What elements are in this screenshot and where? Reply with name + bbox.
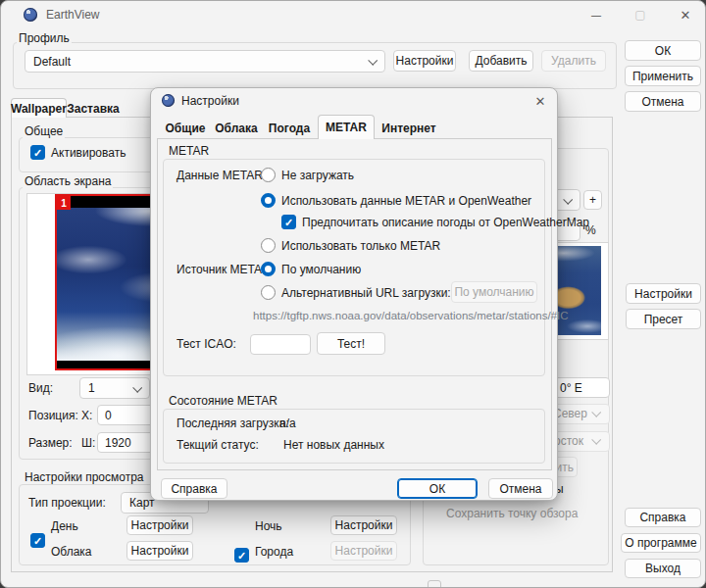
radio-no-load[interactable] bbox=[261, 168, 276, 182]
test-icao-label: Тест ICAO: bbox=[176, 338, 236, 351]
north-select-value: Север bbox=[553, 408, 587, 420]
prefer-owm-label: Предпочитать описание погоды от OpenWeat… bbox=[302, 217, 589, 229]
clouds-settings-button[interactable]: Настройки bbox=[126, 541, 193, 561]
dialog-tab-general[interactable]: Общие bbox=[163, 117, 208, 139]
width-input[interactable] bbox=[97, 432, 156, 453]
chevron-down-icon bbox=[563, 195, 573, 205]
settings-dialog: Настройки Общие Облака Погода METAR Инте… bbox=[150, 87, 558, 501]
side-settings-button[interactable]: Настройки bbox=[626, 283, 701, 304]
preset-button[interactable]: Пресет bbox=[626, 309, 701, 329]
metar-status-group-label: Сосотояние METAR bbox=[167, 394, 279, 408]
help-button[interactable]: Справка bbox=[625, 508, 701, 527]
profile-delete-button: Удалить bbox=[541, 50, 606, 72]
view-settings-group-label: Настройки просмотра bbox=[23, 470, 146, 484]
dialog-cancel-button[interactable]: Отмена bbox=[488, 478, 553, 499]
apply-button[interactable]: Применить bbox=[625, 66, 701, 86]
screen: EarthView Профиль Default Настройки Доба… bbox=[0, 0, 706, 588]
dialog-tab-internet[interactable]: Интернет bbox=[378, 117, 439, 139]
tab-wallpaper[interactable]: Wallpaper bbox=[11, 98, 67, 118]
default-url-button: По умолчанию bbox=[451, 281, 537, 303]
profile-add-button[interactable]: Добавить bbox=[469, 50, 533, 72]
profile-select[interactable]: Default bbox=[25, 50, 385, 73]
profile-settings-button[interactable]: Настройки bbox=[393, 50, 456, 72]
metar-url-text: https://tgftp.nws.noaa.gov/data/observat… bbox=[253, 310, 569, 321]
current-status-label: Текщий статус: bbox=[176, 439, 259, 452]
dialog-tab-metar[interactable]: METAR bbox=[318, 115, 375, 139]
last-download-value: n/a bbox=[279, 417, 296, 430]
app-globe-icon bbox=[24, 8, 37, 22]
radio-metar-openweather-label: Использовать данные METAR и OpenWeather bbox=[281, 195, 531, 208]
ok-button[interactable]: ОК bbox=[625, 40, 701, 61]
night-label: Ночь bbox=[255, 520, 282, 533]
metar-source-label: Источник METAR: bbox=[176, 264, 274, 276]
activate-checkbox[interactable] bbox=[30, 145, 45, 160]
minimize-button[interactable] bbox=[578, 1, 615, 28]
exit-button[interactable]: Выход bbox=[625, 559, 701, 578]
metar-group-label: METAR bbox=[167, 144, 211, 158]
size-label: Размер: bbox=[28, 437, 73, 450]
screen-area-group-label: Область экрана bbox=[23, 174, 113, 188]
window-title: EarthView bbox=[46, 9, 99, 22]
dialog-help-button[interactable]: Справка bbox=[161, 478, 227, 499]
view-label: Вид: bbox=[28, 382, 53, 395]
cancel-button[interactable]: Отмена bbox=[625, 91, 701, 112]
add-plus-button[interactable]: + bbox=[583, 190, 602, 210]
profile-select-value: Default bbox=[33, 55, 71, 69]
test-button[interactable]: Тест! bbox=[317, 332, 385, 355]
maximize-button bbox=[622, 1, 659, 28]
general-group-label: Общее bbox=[23, 124, 65, 138]
last-download-label: Последняя загрузка: bbox=[176, 417, 289, 430]
current-status-value: Нет новых данных bbox=[283, 439, 384, 452]
tab-screensaver[interactable]: Заставка bbox=[67, 99, 120, 118]
dialog-close-button[interactable] bbox=[526, 90, 555, 112]
day-checkbox[interactable] bbox=[30, 533, 45, 548]
prefer-owm-checkbox[interactable] bbox=[281, 215, 296, 229]
close-button[interactable] bbox=[666, 1, 705, 28]
coordinate-value: 0° E bbox=[560, 382, 582, 395]
projection-select-value: Карт bbox=[129, 496, 155, 510]
radio-alt-url[interactable] bbox=[261, 285, 276, 300]
x-input[interactable] bbox=[97, 405, 156, 425]
cities-settings-button: Настройки bbox=[330, 541, 397, 561]
day-settings-button[interactable]: Настройки bbox=[126, 515, 193, 535]
save-viewpoint-label: Сохранить точку обзора bbox=[446, 508, 578, 520]
width-label: Ш: bbox=[81, 437, 95, 450]
chevron-down-icon bbox=[368, 56, 378, 66]
radio-metar-openweather[interactable] bbox=[261, 193, 276, 208]
test-icao-input[interactable] bbox=[250, 334, 311, 355]
radio-alt-url-label: Альтернативный URL загрузки: bbox=[281, 287, 451, 300]
view-select[interactable]: 1 bbox=[79, 377, 150, 399]
night-settings-button[interactable]: Настройки bbox=[330, 515, 397, 535]
clouds-label: Облака bbox=[51, 546, 92, 559]
dialog-title: Настройки bbox=[181, 95, 239, 108]
metar-data-label: Данные METAR: bbox=[176, 170, 266, 182]
x-label: X: bbox=[81, 410, 92, 422]
radio-source-default-label: По умолчанию bbox=[281, 264, 361, 276]
chevron-down-icon bbox=[132, 383, 142, 393]
dialog-tab-clouds[interactable]: Облака bbox=[212, 117, 261, 139]
earthview-window: EarthView Профиль Default Настройки Доба… bbox=[0, 0, 706, 588]
position-label: Позиция: bbox=[28, 410, 78, 422]
cities-label: Города bbox=[255, 546, 293, 559]
view-select-value: 1 bbox=[88, 381, 95, 395]
activate-label: Активировать bbox=[51, 147, 126, 160]
projection-label: Тип проекции: bbox=[28, 497, 106, 510]
night-checkbox[interactable] bbox=[234, 548, 249, 563]
profile-group-label: Профиль bbox=[17, 31, 72, 45]
about-button[interactable]: О программе bbox=[621, 533, 701, 553]
radio-source-default[interactable] bbox=[261, 262, 276, 276]
radio-no-load-label: Не загружать bbox=[281, 170, 354, 182]
dialog-tab-weather[interactable]: Погода bbox=[265, 117, 314, 139]
save-viewpoint-checkbox bbox=[428, 580, 441, 588]
day-label: День bbox=[51, 520, 78, 533]
dialog-ok-button[interactable]: ОК bbox=[397, 478, 478, 499]
radio-metar-only-label: Использовать только METAR bbox=[281, 240, 440, 253]
radio-metar-only[interactable] bbox=[261, 238, 276, 253]
monitor-number-badge: 1 bbox=[57, 196, 71, 210]
dialog-globe-icon bbox=[162, 94, 175, 107]
